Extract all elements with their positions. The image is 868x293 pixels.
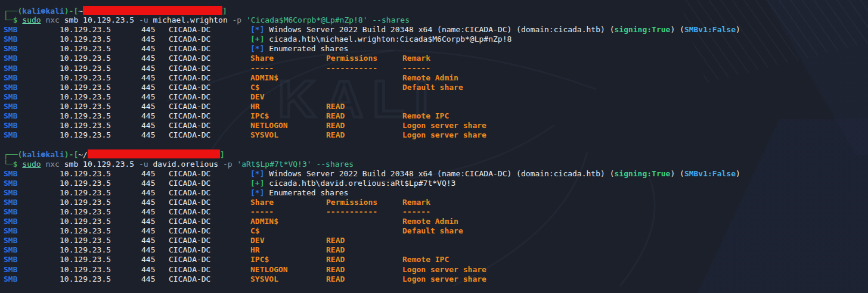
terminal-window[interactable]: KALI ┌──(kali⊛kali)-[~]└─$ sudo nxc smb … (0, 0, 868, 293)
ip-cell: 10.129.23.5 (60, 92, 111, 102)
port-cell: 445 (141, 102, 155, 111)
hostname-cell: CICADA-DC (169, 198, 210, 207)
permission-cell: READ (326, 275, 345, 284)
message-segment: Windows Server 2022 Build 20348 x64 (nam… (264, 169, 614, 178)
blank-line (0, 140, 868, 149)
tool-name-cell: SMB (4, 92, 17, 102)
ip-cell: 10.129.23.5 (60, 226, 111, 236)
tool-name-cell: SMB (4, 64, 17, 73)
terminal-row: SMB10.129.23.5445CICADA-DCSYSVOLREADLogo… (0, 275, 868, 284)
tool-name-cell: SMB (4, 226, 17, 236)
command-segment: --shares (316, 160, 354, 169)
command-segment: -u (139, 160, 148, 169)
hostname-cell: CICADA-DC (169, 275, 210, 284)
port-cell: 445 (141, 217, 155, 226)
ip-cell: 10.129.23.5 (60, 198, 111, 207)
port-cell: 445 (141, 73, 155, 83)
ip-cell: 10.129.23.5 (60, 217, 111, 226)
hostname-cell: CICADA-DC (169, 44, 210, 54)
command-segment: -u (139, 15, 148, 24)
tool-name-cell: SMB (4, 44, 17, 54)
tool-name-cell: SMB (4, 121, 17, 130)
ip-cell: 10.129.23.5 (60, 121, 111, 130)
remark-cell: Remote IPC (402, 111, 449, 121)
ip-cell: 10.129.23.5 (60, 83, 111, 92)
port-cell: 445 (141, 54, 155, 63)
row-content: [*] Enumerated shares (250, 44, 868, 54)
port-cell: 445 (141, 179, 155, 188)
share-name-cell: NETLOGON (250, 121, 288, 130)
row-content: [*] Windows Server 2022 Build 20348 x64 … (250, 25, 868, 35)
remark-header-cell: Remark (402, 198, 430, 207)
prompt-frame-close: ] (220, 150, 225, 159)
hostname-cell: CICADA-DC (169, 64, 210, 73)
message-segment: ) ( (670, 25, 684, 34)
command-segment (241, 15, 246, 24)
shell-prompt: ┌──(kali⊛kali)-[~/] (4, 149, 225, 160)
message-segment: signing:True (614, 169, 670, 178)
hostname-cell: CICADA-DC (169, 207, 210, 217)
hostname-cell: CICADA-DC (169, 188, 210, 198)
message-segment: [*] (250, 169, 264, 178)
tool-name-cell: SMB (4, 265, 17, 275)
tool-name-cell: SMB (4, 188, 17, 198)
permission-header-cell: Permissions (326, 54, 377, 63)
port-cell: 445 (141, 198, 155, 207)
port-cell: 445 (141, 188, 155, 198)
hostname-cell: CICADA-DC (169, 102, 210, 111)
permission-header-cell: Permissions (326, 198, 377, 207)
remark-cell: Logon server share (402, 121, 486, 130)
hostname-cell: CICADA-DC (169, 35, 210, 44)
permission-dashes-cell: ----------- (326, 64, 377, 73)
command: └─$ sudo nxc smb 10.129.23.5 -u david.or… (4, 160, 354, 169)
shell-prompt: ┌──(kali⊛kali)-[~] (4, 6, 227, 16)
message-segment: cicada.htb\david.orelious:aRt$Lp#7t*VQ!3 (264, 179, 455, 188)
tool-name-cell: SMB (4, 83, 17, 92)
tool-name-cell: SMB (4, 217, 17, 226)
share-name-header-cell: Share (250, 198, 274, 207)
message-segment: Enumerated shares (264, 44, 348, 53)
share-name-cell: ADMIN$ (250, 73, 278, 83)
remark-cell: Logon server share (402, 275, 486, 284)
hostname-cell: CICADA-DC (169, 169, 210, 179)
row-content: [+] cicada.htb\michael.wrighton:Cicada$M… (250, 35, 868, 44)
terminal-row: SMB10.129.23.5445CICADA-DC--------------… (0, 64, 868, 73)
share-name-cell: C$ (250, 226, 260, 236)
command-segment: smb 10.129.23.5 (60, 160, 139, 169)
ip-cell: 10.129.23.5 (60, 73, 111, 83)
message-segment: ) (736, 169, 740, 178)
terminal-row: SMB10.129.23.5445CICADA-DCC$Default shar… (0, 226, 868, 236)
command-prompt-symbol: └─$ (4, 160, 22, 169)
ip-cell: 10.129.23.5 (60, 207, 111, 217)
redaction-box (83, 6, 222, 15)
share-name-cell: HR (250, 245, 260, 255)
terminal-row: SMB10.129.23.5445CICADA-DCHRREAD (0, 245, 868, 255)
terminal-row: SMB10.129.23.5445CICADA-DC[*] Windows Se… (0, 169, 868, 179)
permission-cell: READ (326, 130, 345, 140)
remark-cell: Logon server share (402, 130, 486, 140)
command-segment: david.orelious (148, 160, 223, 169)
terminal-row: SMB10.129.23.5445CICADA-DCIPC$READRemote… (0, 255, 868, 264)
remark-header-cell: Remark (402, 54, 430, 63)
ip-cell: 10.129.23.5 (60, 25, 111, 35)
permission-cell: READ (326, 245, 345, 255)
tool-name-cell: SMB (4, 179, 17, 188)
share-name-cell: IPC$ (250, 255, 269, 264)
terminal-row: SMB10.129.23.5445CICADA-DC[*] Enumerated… (0, 44, 868, 54)
permission-dashes-cell: ----------- (326, 207, 377, 217)
remark-cell: Logon server share (402, 265, 486, 275)
ip-cell: 10.129.23.5 (60, 188, 111, 198)
hostname-cell: CICADA-DC (169, 111, 210, 121)
prompt-path: ~/ (78, 150, 88, 159)
port-cell: 445 (141, 83, 155, 92)
ip-cell: 10.129.23.5 (60, 111, 111, 121)
tool-name-cell: SMB (4, 111, 17, 121)
hostname-cell: CICADA-DC (169, 83, 210, 92)
terminal-row: SMB10.129.23.5445CICADA-DCC$Default shar… (0, 83, 868, 92)
message-segment: [+] (250, 179, 264, 188)
command-segment: nxc (45, 15, 59, 24)
message-segment: SMBv1:False (684, 25, 736, 34)
row-content: [*] Enumerated shares (250, 188, 868, 198)
terminal-row: SMB10.129.23.5445CICADA-DCHRREAD (0, 102, 868, 111)
terminal-row: SMB10.129.23.5445CICADA-DCSharePermissio… (0, 198, 868, 207)
